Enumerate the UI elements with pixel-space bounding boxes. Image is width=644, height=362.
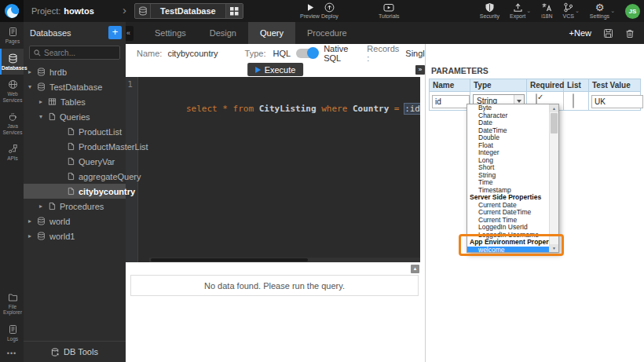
grid-view-icon[interactable]: [225, 4, 243, 18]
expand-caret-icon[interactable]: [39, 113, 48, 120]
save-button[interactable]: [603, 28, 613, 38]
tree-item[interactable]: ProductList: [24, 124, 126, 139]
tree-item[interactable]: citybycountry: [24, 184, 126, 199]
execute-button[interactable]: Execute: [247, 63, 304, 76]
sidebar-item-java-services[interactable]: Java Services: [0, 107, 24, 139]
sidebar-item-web-services[interactable]: Web Services: [0, 75, 24, 107]
export-icon: [513, 2, 523, 13]
type-option-native-sql[interactable]: Native SQL: [324, 44, 348, 63]
preview-button[interactable]: Preview: [300, 2, 320, 19]
vcs-caret-icon[interactable]: ⌄: [575, 8, 580, 14]
list-checkbox[interactable]: [573, 93, 574, 108]
sidebar-item-pages[interactable]: Pages: [0, 22, 24, 49]
type-option-hql[interactable]: HQL: [273, 49, 291, 58]
collapse-results-button[interactable]: ▲: [411, 265, 419, 273]
tree-item[interactable]: Tables: [24, 94, 126, 109]
panel-title: Databases: [30, 28, 108, 38]
pages-icon: [8, 27, 18, 37]
export-button[interactable]: Export: [510, 2, 525, 19]
wavemaker-logo[interactable]: [0, 0, 24, 22]
search-input[interactable]: Search...: [29, 46, 120, 60]
deploy-button[interactable]: Deploy: [321, 2, 338, 19]
dropdown-option[interactable]: welcome: [467, 247, 549, 253]
tree-item[interactable]: QueryVar: [24, 154, 126, 169]
tree-item-label: Tables: [60, 97, 86, 107]
tree-item-label: Queries: [60, 112, 90, 122]
hscrollbar-thumb[interactable]: [151, 258, 308, 261]
left-nav: Pages Databases Web Services Java Servic…: [0, 22, 24, 362]
deploy-icon: [324, 2, 335, 13]
vcs-branch-icon: [563, 2, 573, 13]
file-icon: [48, 202, 56, 210]
sidebar-item-logs[interactable]: Logs: [0, 320, 24, 346]
editor-gutter: 1: [126, 77, 138, 262]
tree-item[interactable]: aggregateQuery: [24, 169, 126, 184]
settings-caret-icon[interactable]: ⌄: [610, 8, 615, 14]
expand-parameters-button[interactable]: »: [415, 65, 425, 75]
tab[interactable]: Query: [248, 22, 295, 44]
expand-caret-icon[interactable]: [28, 218, 37, 225]
param-test-value-input[interactable]: [591, 95, 643, 108]
more-menu-button[interactable]: •••: [0, 346, 24, 362]
scrollbar-thumb[interactable]: [551, 113, 558, 133]
type-toggle[interactable]: [296, 49, 318, 58]
security-button[interactable]: Security: [480, 2, 499, 19]
apis-icon: [8, 144, 18, 154]
tree-item[interactable]: ProductMasterList: [24, 139, 126, 154]
type-dropdown-list: ByteCharacterDateDateTimeDoubleFloatInte…: [467, 104, 559, 253]
i18n-translate-icon: [541, 2, 552, 13]
tab[interactable]: Procedure: [295, 22, 359, 44]
expand-caret-icon[interactable]: [39, 203, 48, 210]
expand-caret-icon[interactable]: [28, 83, 37, 90]
sidebar-item-apis[interactable]: APIs: [0, 139, 24, 166]
tab[interactable]: Settings: [143, 22, 198, 44]
expand-caret-icon[interactable]: [39, 98, 48, 105]
db-tools-button[interactable]: DB Tools: [24, 341, 126, 362]
vcs-button[interactable]: VCS: [563, 2, 574, 19]
tree-item[interactable]: world: [24, 214, 126, 229]
tree-item[interactable]: world1: [24, 229, 126, 243]
security-shield-icon: [485, 2, 495, 13]
web-services-globe-icon: [8, 79, 18, 90]
user-avatar[interactable]: JS: [625, 4, 640, 19]
tutorials-button[interactable]: Tutorials: [379, 2, 400, 19]
tree-item[interactable]: hrdb: [24, 64, 126, 79]
main-area: « Settings Design Query Procedure +New: [126, 22, 644, 362]
expand-caret-icon[interactable]: [28, 68, 37, 75]
settings-button[interactable]: ⚙ Settings: [590, 2, 609, 19]
tree-item[interactable]: Procedures: [24, 199, 126, 214]
expand-caret-icon[interactable]: [28, 232, 37, 240]
database-icon: [37, 217, 46, 225]
sidebar-item-file-explorer[interactable]: File Explorer: [0, 287, 24, 320]
dropdown-scrollbar[interactable]: ▲ ▼: [549, 104, 558, 252]
file-icon: [67, 157, 75, 166]
i18n-button[interactable]: i18N: [541, 2, 552, 19]
databases-panel: Databases + Search... hrdb: [24, 22, 126, 362]
database-selector[interactable]: TestDatabase: [134, 3, 243, 19]
add-database-button[interactable]: +: [108, 26, 122, 39]
column-header: Name: [430, 79, 470, 92]
tree-item-label: TestDatabase: [49, 82, 102, 92]
table-icon: [48, 97, 57, 106]
new-query-button[interactable]: +New: [569, 28, 591, 38]
param-name-input[interactable]: [432, 95, 470, 108]
line-number: 1: [127, 79, 133, 90]
code-token: where: [321, 104, 347, 114]
query-content: Name: citybycountry Type: HQL Native SQL…: [126, 44, 644, 362]
tree-item-label: ProductList: [79, 127, 122, 137]
java-services-coffee-icon: [8, 112, 18, 122]
tree-item-label: Procedures: [60, 202, 104, 211]
tree-item[interactable]: Queries: [24, 109, 126, 124]
delete-button[interactable]: [625, 28, 635, 38]
sql-editor[interactable]: 1 select * from CityListing where Countr…: [126, 77, 420, 262]
sidebar-item-databases[interactable]: Databases: [0, 49, 24, 75]
name-label: Name:: [137, 49, 162, 58]
sql-code-line[interactable]: select * from CityListing where Country …: [138, 77, 420, 262]
query-form-row: Name: citybycountry Type: HQL Native SQL…: [126, 44, 425, 63]
tree-item[interactable]: TestDatabase: [24, 79, 126, 94]
database-icon: [135, 4, 151, 18]
scroll-up-icon[interactable]: ▲: [550, 104, 558, 112]
tab[interactable]: Design: [198, 22, 248, 44]
export-caret-icon[interactable]: ⌄: [526, 8, 531, 14]
scroll-down-icon[interactable]: ▼: [550, 244, 558, 252]
